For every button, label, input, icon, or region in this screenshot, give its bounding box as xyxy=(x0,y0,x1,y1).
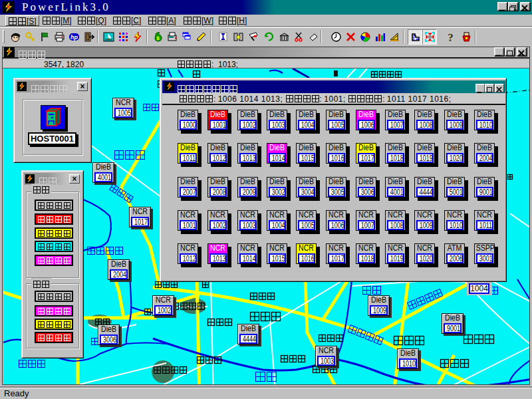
svg-text:?: ? xyxy=(448,31,454,43)
svg-text:hp: hp xyxy=(70,34,78,41)
svg-text:$: $ xyxy=(156,35,160,41)
